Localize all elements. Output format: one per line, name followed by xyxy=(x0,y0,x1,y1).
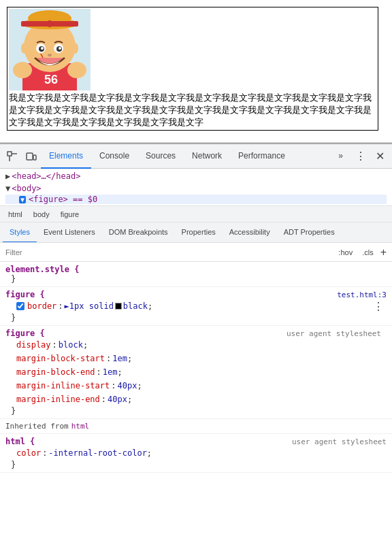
styles-tab-list: Styles Event Listeners DOM Breakpoints P… xyxy=(0,222,392,243)
figure-element: 56 xyxy=(7,7,378,131)
css-property-border-checkbox[interactable] xyxy=(16,302,24,310)
figure-image: 56 xyxy=(9,9,91,90)
css-property-border: border : ► 1px solid black ; xyxy=(5,299,387,313)
css-prop-name-display[interactable]: display xyxy=(16,338,51,352)
css-prop-value-color: -internal-root-color xyxy=(48,446,147,460)
css-styles-panel: element.style { } figure { test.html:3 b… xyxy=(0,262,392,549)
css-colon-mbs: : xyxy=(106,352,111,365)
dom-tree: ▶ <head>…</head> ▼ <body> ▼ <figure> == … xyxy=(0,169,392,206)
dom-figure-tag: <figure> == $0 xyxy=(29,195,97,204)
css-rule-figure-ua-closing: } xyxy=(5,406,387,416)
styles-tab-accessibility[interactable]: Accessibility xyxy=(223,222,277,243)
css-rule-figure-menu[interactable]: ⋮ xyxy=(370,299,387,314)
svg-rect-21 xyxy=(7,152,12,156)
css-rule-figure-header: figure { test.html:3 xyxy=(5,290,387,299)
styles-tab-styles[interactable]: Styles xyxy=(3,222,37,243)
dom-head-row[interactable]: ▶ <head>…</head> xyxy=(5,170,387,182)
styles-tab-properties[interactable]: Properties xyxy=(175,222,223,243)
dom-figure-row[interactable]: ▼ <figure> == $0 xyxy=(5,195,387,204)
css-rule-html: html { user agent stylesheet color : -in… xyxy=(0,434,392,473)
tab-more[interactable]: » xyxy=(330,144,351,169)
styles-tab-dom-breakpoints[interactable]: DOM Breakpoints xyxy=(102,222,175,243)
css-semicolon-mbs: ; xyxy=(127,352,132,365)
css-prop-name-border[interactable]: border xyxy=(27,299,56,313)
css-prop-name-margin-inline-end[interactable]: margin-inline-end xyxy=(16,393,100,406)
styles-filter-input[interactable] xyxy=(5,248,336,256)
css-inherited-text: Inherited from xyxy=(5,422,69,431)
tab-elements[interactable]: Elements xyxy=(41,144,91,169)
css-prop-name-margin-inline-start[interactable]: margin-inline-start xyxy=(16,379,110,393)
dom-figure-selected-marker: ▼ xyxy=(19,196,26,203)
css-semicolon-mis: ; xyxy=(137,379,142,393)
css-rule-figure-ua: figure { user agent stylesheet display :… xyxy=(0,326,392,419)
css-property-margin-inline-end: margin-inline-end : 40px ; xyxy=(5,393,387,406)
dom-body-row[interactable]: ▼ <body> xyxy=(5,182,387,195)
css-selector-figure-ua[interactable]: figure { xyxy=(5,329,45,338)
dom-expand-head[interactable]: ▶ xyxy=(5,170,10,182)
css-prop-value-mbe: 1em xyxy=(103,365,118,379)
devtools-toolbar: Elements Console Sources Network Perform… xyxy=(0,144,392,169)
device-toolbar-button[interactable] xyxy=(22,147,41,166)
breadcrumb-html[interactable]: html xyxy=(5,209,25,220)
filter-cls-button[interactable]: .cls xyxy=(359,247,376,258)
svg-point-15 xyxy=(48,54,52,56)
css-color-swatch-black[interactable] xyxy=(115,303,122,310)
css-rule-figure-closing: } xyxy=(5,313,387,322)
breadcrumb-body[interactable]: body xyxy=(31,209,52,220)
figure-caption: 我是文字我是文字我是文字我是文字我是文字我是文字我是文字我是文字我是文字我是文字… xyxy=(9,92,376,129)
filter-add-button[interactable]: + xyxy=(380,246,387,259)
css-prop-value-display: block xyxy=(59,338,83,352)
css-prop-value-mie: 40px xyxy=(108,393,127,406)
svg-point-8 xyxy=(46,20,53,27)
dom-breadcrumb: html body figure xyxy=(0,206,392,222)
css-rule-html-closing: } xyxy=(5,460,387,469)
css-prop-value-border-color: black xyxy=(123,299,148,313)
devtools-menu-button[interactable]: ⋮ xyxy=(353,148,369,164)
css-rule-figure-ua-header: figure { user agent stylesheet xyxy=(5,329,387,338)
css-prop-name-margin-block-end[interactable]: margin-block-end xyxy=(16,365,95,379)
css-ua-label-html: user agent stylesheet xyxy=(35,437,387,446)
toolbar-right-actions: » ⋮ ✕ xyxy=(330,144,389,169)
tab-sources[interactable]: Sources xyxy=(137,144,184,169)
css-selector-figure[interactable]: figure { xyxy=(5,290,45,299)
devtools-tab-list: Elements Console Sources Network Perform… xyxy=(41,144,330,169)
css-colon-display: : xyxy=(52,338,57,352)
css-prop-value-mbs: 1em xyxy=(112,352,127,365)
svg-point-17 xyxy=(71,43,78,54)
css-property-margin-block-end: margin-block-end : 1em ; xyxy=(5,365,387,379)
css-colon-mbe: : xyxy=(97,365,101,379)
svg-point-16 xyxy=(21,43,28,54)
css-colon-mis: : xyxy=(111,379,116,393)
css-property-color: color : -internal-root-color ; xyxy=(5,446,387,460)
svg-point-20 xyxy=(67,62,86,78)
css-rule-element-style: element.style { } xyxy=(0,262,392,287)
dom-expand-body[interactable]: ▼ xyxy=(5,182,10,195)
browser-viewport: 56 xyxy=(0,0,392,143)
svg-rect-24 xyxy=(27,153,33,160)
css-property-margin-block-start: margin-block-start : 1em ; xyxy=(5,352,387,365)
filter-hov-button[interactable]: :hov xyxy=(336,247,355,258)
breadcrumb-figure[interactable]: figure xyxy=(58,209,82,220)
filter-right-controls: :hov .cls + xyxy=(336,246,387,259)
styles-tab-adt-properties[interactable]: ADT Properties xyxy=(277,222,342,243)
tab-console[interactable]: Console xyxy=(91,144,137,169)
css-inherited-html-tag[interactable]: html xyxy=(71,422,90,431)
css-prop-value-border-expand[interactable]: ► xyxy=(65,299,69,313)
tab-performance[interactable]: Performance xyxy=(230,144,293,169)
inspect-element-button[interactable] xyxy=(3,147,22,166)
css-prop-name-color[interactable]: color xyxy=(16,446,41,460)
css-colon-color: : xyxy=(42,446,47,460)
css-selector-html[interactable]: html { xyxy=(5,437,35,446)
styles-tab-event-listeners[interactable]: Event Listeners xyxy=(37,222,102,243)
css-semicolon-color: ; xyxy=(147,446,152,460)
css-rule-html-header: html { user agent stylesheet xyxy=(5,437,387,446)
css-selector-element-style[interactable]: element.style { xyxy=(5,265,79,274)
css-semicolon-mie: ; xyxy=(127,393,132,406)
tab-network[interactable]: Network xyxy=(184,144,230,169)
svg-text:56: 56 xyxy=(44,73,58,86)
css-prop-name-margin-block-start[interactable]: margin-block-start xyxy=(16,352,105,365)
css-rule-element-style-header: element.style { xyxy=(5,265,387,274)
svg-rect-25 xyxy=(33,155,36,160)
css-inherited-label: Inherited from html xyxy=(0,419,392,434)
devtools-close-button[interactable]: ✕ xyxy=(370,147,389,166)
